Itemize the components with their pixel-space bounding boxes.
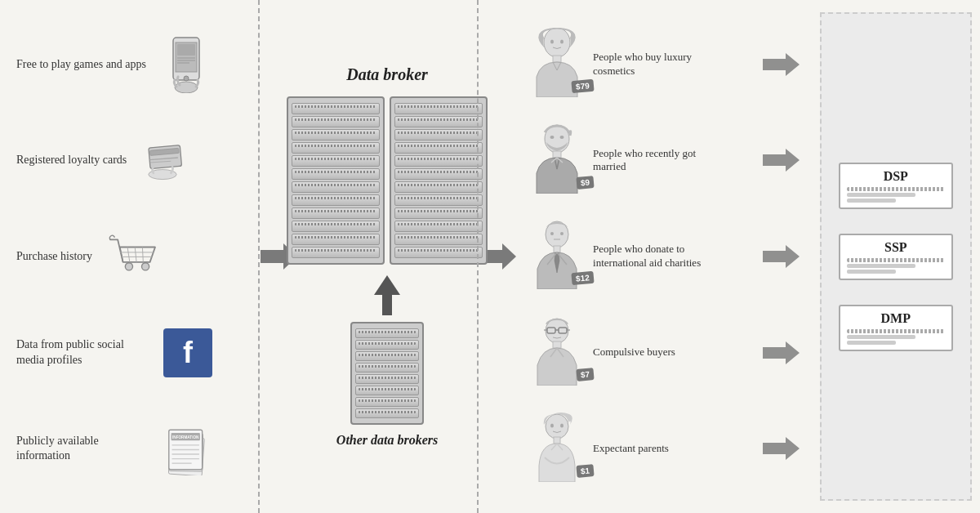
svg-point-38 <box>550 136 555 139</box>
svg-marker-64 <box>763 149 800 172</box>
svg-marker-63 <box>763 53 800 76</box>
price-tag-compulsive: $7 <box>576 368 594 381</box>
other-brokers-server <box>350 322 424 425</box>
buyer-arrow-3 <box>763 221 816 291</box>
segment-item-charities: $12 People who donate to international a… <box>524 220 751 292</box>
svg-point-44 <box>550 232 554 235</box>
svg-point-39 <box>560 136 564 139</box>
facebook-icon: f <box>155 324 220 381</box>
pline-ssp-3 <box>847 270 896 274</box>
buyers-column <box>759 0 820 513</box>
platform-dmp-lines <box>847 329 945 345</box>
source-label-purchase: Purchase history <box>16 249 92 264</box>
up-arrow-container <box>374 275 400 315</box>
svg-point-33 <box>544 28 570 57</box>
person-man-tie-wrap: $12 <box>524 220 590 292</box>
segment-item-luxury: $79 People who buy luxury cosmetics <box>524 28 751 100</box>
svg-rect-56 <box>553 341 561 348</box>
up-arrow-head <box>374 275 400 295</box>
broker-title: Data broker <box>346 65 427 84</box>
divider-2 <box>477 0 479 513</box>
segment-label-charities: People who donate to international aid c… <box>593 243 724 270</box>
svg-line-16 <box>143 248 144 262</box>
svg-rect-47 <box>554 246 560 252</box>
main-diagram: Free to play games and apps <box>0 0 980 513</box>
svg-point-59 <box>546 414 568 439</box>
pline-dsp-1 <box>847 187 945 191</box>
segment-label-compulsive: Compulsive buyers <box>593 346 675 359</box>
source-label-loyalty: Registered loyalty cards <box>16 153 127 167</box>
source-item-public: Publicly available information INFORMATI… <box>16 420 250 477</box>
person-woman2-wrap: $1 <box>524 413 590 485</box>
svg-line-14 <box>128 248 131 262</box>
svg-point-6 <box>184 76 189 81</box>
price-tag-luxury: $79 <box>572 79 595 93</box>
platform-dsp: DSP <box>839 163 953 209</box>
source-label-games: Free to play games and apps <box>16 57 146 72</box>
platform-dmp-label: DMP <box>847 311 945 326</box>
svg-rect-36 <box>553 56 561 62</box>
buyer-arrow-4 <box>763 318 816 387</box>
segment-label-expectant: Expectant parents <box>593 442 669 456</box>
pline-dsp-3 <box>847 199 896 203</box>
sources-column: Free to play games and apps <box>0 0 258 513</box>
svg-point-60 <box>550 423 554 427</box>
person-man-glasses-wrap: $7 <box>524 316 590 389</box>
other-server-rack <box>350 322 424 425</box>
svg-point-34 <box>550 40 554 44</box>
svg-line-13 <box>120 248 123 262</box>
server-rack-right <box>390 96 488 265</box>
price-tag-charities: $12 <box>572 271 595 285</box>
source-label-public: Publicly available information <box>16 434 147 463</box>
svg-rect-2 <box>177 44 195 56</box>
svg-point-61 <box>560 423 564 427</box>
source-item-games: Free to play games and apps <box>16 36 250 93</box>
broker-column: Data broker <box>297 0 477 513</box>
platform-dsp-label: DSP <box>847 169 945 184</box>
svg-line-15 <box>136 248 137 262</box>
wallet-icon <box>135 132 200 189</box>
price-tag-expectant: $1 <box>576 464 594 478</box>
other-brokers-title: Other data brokers <box>336 433 438 448</box>
segment-label-married: People who recently got married <box>593 147 724 175</box>
pline-ssp-2 <box>847 264 915 268</box>
pline-ssp-1 <box>847 258 945 262</box>
source-item-social: Data from public social media profiles f <box>16 324 250 381</box>
svg-text:INFORMATION: INFORMATION <box>172 435 199 439</box>
source-item-purchase: Purchase history <box>16 228 250 285</box>
svg-marker-67 <box>763 437 800 460</box>
source-label-social: Data from public social media profiles <box>16 337 147 367</box>
platforms-column: DSP SSP DMP <box>820 12 972 501</box>
svg-point-20 <box>142 263 149 270</box>
up-arrow-shaft <box>382 295 392 315</box>
platform-ssp: SSP <box>839 234 953 280</box>
buyer-arrow-1 <box>763 29 816 99</box>
svg-point-45 <box>560 232 564 235</box>
source-item-loyalty: Registered loyalty cards <box>16 132 250 189</box>
svg-rect-40 <box>553 151 561 158</box>
pline-dmp-1 <box>847 329 945 333</box>
document-icon: INFORMATION <box>155 420 220 477</box>
person-woman-wrap: $79 <box>524 28 590 100</box>
platform-dmp: DMP <box>839 305 953 351</box>
divider-1 <box>258 0 260 513</box>
svg-rect-62 <box>554 437 560 444</box>
segment-item-married: $9 People who recently got married <box>524 124 751 197</box>
platform-dsp-lines <box>847 187 945 203</box>
svg-marker-65 <box>763 245 800 268</box>
cart-icon <box>100 228 166 285</box>
buyer-arrow-2 <box>763 126 816 195</box>
segment-item-expectant: $1 Expectant parents <box>524 413 751 485</box>
pline-dsp-2 <box>847 193 915 197</box>
segments-column: $79 People who buy luxury cosmetics <box>516 0 759 513</box>
svg-marker-66 <box>763 341 800 364</box>
phone-icon <box>154 36 220 93</box>
broker-servers <box>287 96 488 265</box>
svg-point-35 <box>560 40 564 44</box>
server-rack-left <box>287 96 385 265</box>
person-man-beard-wrap: $9 <box>524 124 590 197</box>
platform-ssp-label: SSP <box>847 240 945 255</box>
buyer-arrow-5 <box>763 414 816 484</box>
pline-dmp-3 <box>847 341 896 345</box>
platform-ssp-lines <box>847 258 945 274</box>
